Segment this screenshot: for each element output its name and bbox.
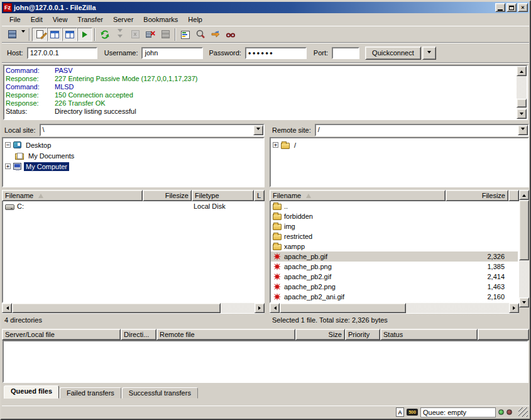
quickconnect-dropdown[interactable]	[422, 47, 436, 60]
scrollbar-thumb[interactable]	[12, 303, 221, 313]
menu-edit[interactable]: Edit	[26, 14, 48, 25]
scroll-down-button[interactable]	[517, 109, 527, 119]
menu-view[interactable]: View	[48, 14, 73, 25]
column-status[interactable]: Status	[380, 329, 478, 340]
remote-file-row[interactable]: apache_pb2.gif2,414	[271, 272, 518, 282]
combo-dropdown-button[interactable]	[253, 125, 263, 135]
process-queue-button[interactable]	[112, 28, 128, 41]
directory-filters-button[interactable]	[178, 28, 193, 41]
column-last-modified[interactable]: L	[254, 190, 265, 201]
minimize-button[interactable]	[495, 3, 505, 12]
site-manager-button[interactable]	[4, 28, 19, 41]
menu-bookmarks[interactable]: Bookmarks	[138, 14, 183, 25]
remote-dir-row[interactable]: ..	[271, 201, 518, 211]
resize-grip[interactable]	[518, 407, 528, 417]
port-input[interactable]	[332, 47, 359, 59]
expand-icon[interactable]: +	[5, 163, 11, 169]
disconnect-button[interactable]: ×	[143, 28, 158, 41]
remote-dir-row[interactable]: forbidden	[271, 211, 518, 221]
scroll-up-button[interactable]	[517, 66, 527, 76]
remote-dir-row[interactable]: restricted	[271, 231, 518, 241]
menu-transfer[interactable]: Transfer	[72, 14, 108, 25]
chevron-down-icon	[427, 51, 431, 55]
remote-file-row[interactable]: apache_pb2.png1,463	[271, 282, 518, 292]
toggle-message-log-button[interactable]	[32, 28, 47, 41]
speedlimit-icon[interactable]: 500	[407, 409, 418, 416]
titlebar[interactable]: Fz john@127.0.0.1 - FileZilla ×	[2, 2, 529, 13]
refresh-button[interactable]	[97, 28, 112, 41]
directory-comparison-button[interactable]	[193, 28, 208, 41]
scroll-up-button[interactable]	[519, 190, 529, 200]
column-direction[interactable]: Directi...	[121, 329, 156, 340]
toggle-transfer-queue-icon	[82, 31, 90, 38]
pane-splitter[interactable]	[265, 123, 270, 326]
scrollbar-thumb[interactable]	[519, 200, 529, 260]
local-file-list: C: Local Disk	[2, 201, 265, 303]
synchronized-browsing-button[interactable]	[208, 28, 223, 41]
remote-file-row[interactable]: apache_pb2_ani.gif2,160	[271, 292, 518, 302]
log-line: Response:227 Entering Passive Mode (127,…	[6, 75, 517, 83]
remote-site-combo[interactable]: /	[315, 124, 529, 136]
host-input[interactable]	[27, 47, 97, 59]
tree-item-desktop[interactable]: − Desktop	[5, 140, 263, 150]
menu-server[interactable]: Server	[108, 14, 138, 25]
toggle-transfer-queue-button[interactable]	[77, 28, 92, 41]
transfer-queue-list[interactable]	[3, 340, 528, 383]
tab-successful-transfers[interactable]: Successful transfers	[122, 387, 198, 399]
reconnect-button[interactable]	[158, 28, 173, 41]
tab-failed-transfers[interactable]: Failed transfers	[60, 387, 121, 399]
datatype-indicator-icon[interactable]: A	[396, 407, 404, 417]
combo-dropdown-button[interactable]	[518, 125, 528, 135]
separator	[2, 62, 529, 64]
tree-item-root[interactable]: + /	[273, 140, 528, 150]
collapse-icon[interactable]: −	[5, 142, 11, 148]
log-scrollbar[interactable]	[517, 66, 527, 119]
scrollbar-thumb[interactable]	[517, 99, 527, 108]
arrow-right-icon	[513, 306, 517, 310]
site-manager-dropdown[interactable]	[19, 28, 27, 41]
column-filename[interactable]: Filename	[2, 190, 143, 201]
scroll-left-button[interactable]	[2, 303, 12, 313]
column-filetype[interactable]: Filetype	[192, 190, 254, 201]
scrollbar-thumb[interactable]	[280, 303, 406, 313]
toggle-remote-tree-button[interactable]	[62, 28, 77, 41]
expand-icon[interactable]: +	[273, 142, 278, 148]
scroll-right-button[interactable]	[509, 303, 519, 313]
menu-file[interactable]: File	[4, 14, 26, 25]
menu-help[interactable]: Help	[183, 14, 207, 25]
remote-dir-row[interactable]: img	[271, 221, 518, 231]
remote-file-row[interactable]: apache_pb.png1,385	[271, 262, 518, 272]
local-horizontal-scrollbar[interactable]	[2, 303, 265, 313]
arrow-left-icon	[4, 306, 9, 310]
maximize-button[interactable]	[506, 3, 517, 12]
remote-file-row-selected[interactable]: apache_pb.gif2,326	[271, 251, 518, 262]
column-server-local-file[interactable]: Server/Local file	[2, 329, 121, 340]
toggle-local-tree-button[interactable]	[47, 28, 62, 41]
tab-queued-files[interactable]: Queued files	[4, 385, 59, 399]
local-file-row[interactable]: C: Local Disk	[3, 201, 263, 211]
remote-horizontal-scrollbar[interactable]	[270, 303, 519, 313]
column-priority[interactable]: Priority	[345, 329, 380, 340]
password-input[interactable]	[245, 47, 307, 59]
scroll-down-button[interactable]	[519, 297, 529, 307]
scroll-right-button[interactable]	[255, 303, 265, 313]
scroll-left-button[interactable]	[270, 303, 280, 313]
remote-dir-row[interactable]: xampp	[271, 241, 518, 251]
find-files-button[interactable]	[223, 28, 238, 41]
column-size[interactable]: Size	[295, 329, 345, 340]
column-remote-file[interactable]: Remote file	[156, 329, 295, 340]
tree-item-my-documents[interactable]: My Documents	[5, 150, 263, 161]
local-site-combo[interactable]: \	[40, 124, 265, 136]
column-filesize[interactable]: Filesize	[446, 190, 508, 201]
remote-vertical-scrollbar[interactable]	[519, 190, 529, 307]
username-input[interactable]	[141, 47, 203, 59]
my-documents-icon	[15, 153, 24, 160]
close-button[interactable]: ×	[518, 3, 528, 12]
maximize-icon	[509, 6, 514, 10]
quickconnect-button[interactable]: Quickconnect	[365, 47, 421, 60]
column-filesize[interactable]: Filesize	[143, 190, 192, 201]
tree-item-my-computer[interactable]: + My Computer	[5, 161, 263, 172]
column-filename[interactable]: Filename	[270, 190, 446, 201]
cancel-operation-button[interactable]: x	[128, 28, 143, 41]
remote-status-text: Selected 1 file. Total size: 2,326 bytes	[270, 313, 519, 326]
